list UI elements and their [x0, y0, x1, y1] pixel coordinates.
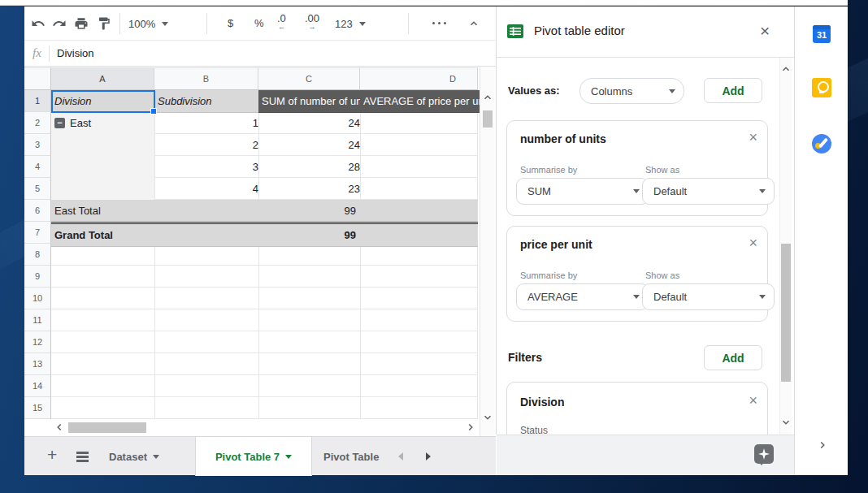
- row-header-11[interactable]: 11: [24, 309, 51, 331]
- cell-b3[interactable]: 2: [154, 134, 266, 156]
- row-header-5[interactable]: 5: [24, 178, 51, 200]
- panel-scrollbar-thumb[interactable]: [781, 244, 791, 382]
- row-header-1[interactable]: 1: [24, 90, 51, 112]
- scroll-up-icon[interactable]: [482, 92, 493, 103]
- tab-pivot-table-partial-label: Pivot Table: [323, 451, 379, 463]
- grand-total-label: Grand Total: [51, 229, 113, 241]
- close-icon[interactable]: ×: [749, 392, 757, 409]
- chevron-down-icon: [162, 22, 168, 26]
- row-header-8[interactable]: 8: [24, 244, 51, 266]
- row-header-7[interactable]: 7: [24, 222, 51, 244]
- cell-b5[interactable]: 4: [154, 178, 266, 200]
- row-header-13[interactable]: 13: [24, 353, 51, 375]
- cell-b4[interactable]: 3: [154, 156, 266, 178]
- row-header-3[interactable]: 3: [24, 134, 51, 156]
- summarise-by-value: SUM: [527, 185, 551, 197]
- chevron-down-icon: [669, 89, 675, 93]
- number-format-menu[interactable]: 123: [335, 15, 366, 32]
- panel-scroll-up-icon[interactable]: [780, 63, 792, 75]
- cell-b2[interactable]: 1: [154, 112, 266, 134]
- add-value-button[interactable]: Add: [704, 78, 762, 103]
- tabs-scroll-right-icon[interactable]: [426, 452, 431, 461]
- explore-icon[interactable]: [754, 444, 774, 464]
- close-icon[interactable]: ×: [749, 235, 757, 252]
- all-sheets-icon[interactable]: [76, 452, 89, 454]
- row-header-10[interactable]: 10: [24, 288, 51, 309]
- column-header-b[interactable]: B: [154, 67, 258, 90]
- more-icon[interactable]: [432, 22, 446, 24]
- east-total-value: 99: [258, 205, 356, 217]
- formula-bar-value[interactable]: Division: [57, 47, 94, 59]
- toolbar-separator: [119, 13, 120, 34]
- formula-bar[interactable]: fx Division: [24, 41, 496, 67]
- toolbar-separator: [206, 13, 207, 34]
- filter-status-label: Status: [520, 425, 548, 435]
- cell-c3[interactable]: 24: [258, 134, 364, 156]
- chevron-down-icon: [633, 189, 640, 193]
- vertical-scrollbar-thumb[interactable]: [483, 110, 493, 128]
- keep-icon[interactable]: [812, 78, 831, 97]
- column-header-c[interactable]: C: [258, 67, 360, 90]
- tabs-scroll-left-icon[interactable]: [398, 452, 403, 461]
- star-icon: [758, 448, 770, 460]
- values-as-select[interactable]: Columns: [579, 78, 684, 104]
- add-sheet-icon[interactable]: +: [47, 445, 57, 465]
- collapse-group-button[interactable]: −: [54, 118, 65, 128]
- row-header-4[interactable]: 4: [24, 156, 51, 178]
- summarise-by-select[interactable]: AVERAGE: [516, 283, 649, 310]
- zoom-select[interactable]: 100%: [128, 15, 168, 32]
- sheets-window: 100% $ % .0 ← .00 → 123 fx Division A B …: [24, 6, 848, 475]
- format-currency-button[interactable]: $: [228, 17, 233, 29]
- calendar-icon[interactable]: 31: [813, 25, 831, 43]
- row-east-total[interactable]: East Total 99: [51, 200, 478, 223]
- close-icon[interactable]: ×: [760, 21, 770, 41]
- panel-title: Pivot table editor: [534, 24, 625, 37]
- cell-d1[interactable]: AVERAGE of price per unit: [360, 90, 482, 113]
- column-header-a[interactable]: A: [51, 67, 154, 90]
- cell-c4[interactable]: 28: [258, 156, 364, 178]
- undo-icon[interactable]: [31, 16, 46, 31]
- scroll-down-icon[interactable]: [482, 412, 493, 423]
- row-header-6[interactable]: 6: [24, 200, 51, 222]
- expand-side-panel-icon[interactable]: [817, 439, 828, 451]
- show-as-select[interactable]: Default: [642, 283, 775, 310]
- show-as-select[interactable]: Default: [642, 178, 775, 205]
- cell-a1[interactable]: Division: [51, 90, 158, 113]
- summarise-by-select[interactable]: SUM: [516, 178, 649, 205]
- row-header-2[interactable]: 2: [24, 112, 51, 134]
- cell-c5[interactable]: 23: [258, 178, 364, 200]
- row-header-12[interactable]: 12: [24, 331, 51, 353]
- decrease-decimals-button[interactable]: .0 ←: [277, 14, 286, 32]
- hide-toolbar-icon[interactable]: [468, 18, 480, 29]
- tab-pivot-table-partial[interactable]: Pivot Table: [323, 437, 390, 476]
- show-as-label: Show as: [645, 270, 679, 280]
- close-icon[interactable]: ×: [749, 129, 757, 146]
- tab-dataset[interactable]: Dataset: [109, 437, 187, 476]
- cell-c2[interactable]: 24: [258, 112, 364, 134]
- column-header-d[interactable]: D: [360, 67, 478, 90]
- paint-format-icon[interactable]: [97, 16, 111, 31]
- row-grand-total[interactable]: Grand Total 99: [51, 222, 478, 247]
- value-card-title: price per unit: [520, 238, 592, 251]
- add-filter-button[interactable]: Add: [704, 345, 762, 370]
- redo-icon[interactable]: [52, 16, 67, 31]
- format-percent-button[interactable]: %: [254, 17, 264, 29]
- vertical-scrollbar[interactable]: [480, 67, 494, 436]
- calendar-day: 31: [813, 30, 831, 40]
- print-icon[interactable]: [74, 16, 89, 31]
- cell-b1[interactable]: Subdivision: [154, 90, 263, 113]
- scroll-right-icon[interactable]: [465, 422, 476, 433]
- select-all-corner[interactable]: [24, 67, 51, 90]
- panel-scroll-down-icon[interactable]: [780, 417, 792, 428]
- tab-pivot-table-7[interactable]: Pivot Table 7: [195, 437, 312, 476]
- explore-bar: [497, 435, 794, 475]
- cell-a2-east-group[interactable]: − East: [51, 112, 155, 200]
- row-header-9[interactable]: 9: [24, 266, 51, 288]
- tasks-icon[interactable]: [812, 134, 831, 154]
- scroll-left-icon[interactable]: [54, 422, 65, 433]
- row-header-15[interactable]: 15: [24, 397, 51, 419]
- cell-c1[interactable]: SUM of number of units: [258, 90, 364, 113]
- horizontal-scrollbar-thumb[interactable]: [68, 422, 146, 433]
- row-header-14[interactable]: 14: [24, 375, 51, 397]
- increase-decimals-button[interactable]: .00 →: [305, 14, 319, 32]
